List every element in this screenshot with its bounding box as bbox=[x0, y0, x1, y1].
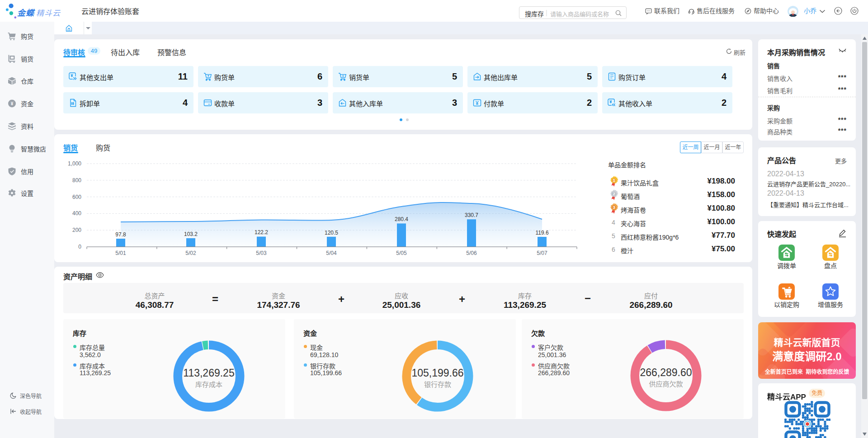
svg-text:2: 2 bbox=[613, 192, 615, 196]
svg-text:3: 3 bbox=[613, 205, 615, 210]
svg-text:1: 1 bbox=[613, 178, 615, 183]
svg-text:¥: ¥ bbox=[11, 101, 14, 106]
